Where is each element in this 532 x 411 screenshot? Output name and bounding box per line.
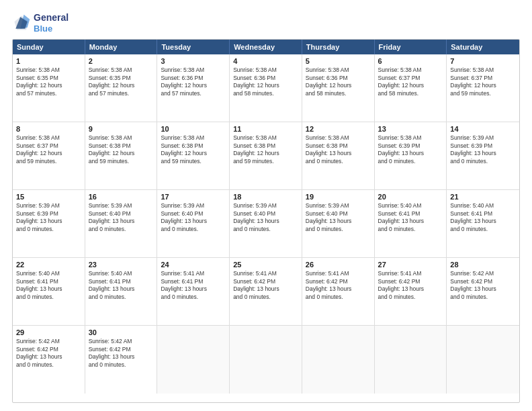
day-number: 27 xyxy=(378,261,443,269)
calendar-day-8: 8Sunrise: 5:38 AM Sunset: 6:37 PM Daylig… xyxy=(13,122,85,189)
calendar-empty xyxy=(157,326,230,394)
calendar-empty xyxy=(230,326,302,394)
day-info: Sunrise: 5:38 AM Sunset: 6:35 PM Dayligh… xyxy=(89,66,154,97)
calendar-day-1: 1Sunrise: 5:38 AM Sunset: 6:35 PM Daylig… xyxy=(13,54,85,122)
day-info: Sunrise: 5:41 AM Sunset: 6:42 PM Dayligh… xyxy=(233,270,298,301)
day-number: 10 xyxy=(161,125,226,133)
day-info: Sunrise: 5:39 AM Sunset: 6:40 PM Dayligh… xyxy=(306,202,371,233)
logo-icon xyxy=(12,13,31,32)
day-info: Sunrise: 5:40 AM Sunset: 6:41 PM Dayligh… xyxy=(450,202,516,233)
day-number: 6 xyxy=(378,57,443,65)
calendar-day-16: 16Sunrise: 5:39 AM Sunset: 6:40 PM Dayli… xyxy=(85,190,158,257)
calendar-day-21: 21Sunrise: 5:40 AM Sunset: 6:41 PM Dayli… xyxy=(447,190,519,257)
day-number: 9 xyxy=(89,125,154,133)
calendar-day-6: 6Sunrise: 5:38 AM Sunset: 6:37 PM Daylig… xyxy=(375,54,447,122)
calendar-empty xyxy=(302,326,375,394)
day-number: 19 xyxy=(306,193,371,201)
day-info: Sunrise: 5:38 AM Sunset: 6:36 PM Dayligh… xyxy=(306,66,371,97)
day-number: 22 xyxy=(16,261,81,269)
header-day-monday: Monday xyxy=(85,40,158,54)
day-number: 12 xyxy=(306,125,371,133)
day-info: Sunrise: 5:42 AM Sunset: 6:42 PM Dayligh… xyxy=(16,338,81,369)
calendar-day-27: 27Sunrise: 5:41 AM Sunset: 6:42 PM Dayli… xyxy=(375,258,447,325)
day-number: 21 xyxy=(450,193,516,201)
calendar-header: SundayMondayTuesdayWednesdayThursdayFrid… xyxy=(13,40,519,54)
calendar-day-28: 28Sunrise: 5:42 AM Sunset: 6:42 PM Dayli… xyxy=(447,258,519,325)
day-number: 29 xyxy=(16,328,81,336)
header: General Blue xyxy=(12,12,520,34)
day-info: Sunrise: 5:38 AM Sunset: 6:37 PM Dayligh… xyxy=(450,66,516,97)
calendar-day-5: 5Sunrise: 5:38 AM Sunset: 6:36 PM Daylig… xyxy=(302,54,375,122)
day-info: Sunrise: 5:42 AM Sunset: 6:42 PM Dayligh… xyxy=(89,338,154,369)
day-info: Sunrise: 5:41 AM Sunset: 6:42 PM Dayligh… xyxy=(378,270,443,301)
day-number: 2 xyxy=(89,57,154,65)
header-day-friday: Friday xyxy=(375,40,447,54)
day-info: Sunrise: 5:38 AM Sunset: 6:38 PM Dayligh… xyxy=(89,134,154,165)
calendar-day-29: 29Sunrise: 5:42 AM Sunset: 6:42 PM Dayli… xyxy=(13,326,85,394)
day-number: 25 xyxy=(233,261,298,269)
day-info: Sunrise: 5:38 AM Sunset: 6:35 PM Dayligh… xyxy=(16,66,81,97)
calendar-week-5: 29Sunrise: 5:42 AM Sunset: 6:42 PM Dayli… xyxy=(13,326,519,394)
day-info: Sunrise: 5:40 AM Sunset: 6:41 PM Dayligh… xyxy=(89,270,154,301)
day-number: 7 xyxy=(450,57,516,65)
day-info: Sunrise: 5:38 AM Sunset: 6:36 PM Dayligh… xyxy=(161,66,226,97)
day-info: Sunrise: 5:41 AM Sunset: 6:42 PM Dayligh… xyxy=(306,270,371,301)
day-number: 23 xyxy=(89,261,154,269)
day-number: 17 xyxy=(161,193,226,201)
calendar-day-4: 4Sunrise: 5:38 AM Sunset: 6:36 PM Daylig… xyxy=(230,54,302,122)
calendar-day-11: 11Sunrise: 5:38 AM Sunset: 6:38 PM Dayli… xyxy=(230,122,302,189)
header-day-saturday: Saturday xyxy=(447,40,519,54)
calendar-day-26: 26Sunrise: 5:41 AM Sunset: 6:42 PM Dayli… xyxy=(302,258,375,325)
day-info: Sunrise: 5:38 AM Sunset: 6:37 PM Dayligh… xyxy=(378,66,443,97)
calendar-empty xyxy=(447,326,519,394)
day-number: 18 xyxy=(233,193,298,201)
calendar-week-3: 15Sunrise: 5:39 AM Sunset: 6:39 PM Dayli… xyxy=(13,190,519,258)
day-number: 30 xyxy=(89,328,154,336)
calendar-day-15: 15Sunrise: 5:39 AM Sunset: 6:39 PM Dayli… xyxy=(13,190,85,257)
day-info: Sunrise: 5:38 AM Sunset: 6:36 PM Dayligh… xyxy=(233,66,298,97)
day-number: 11 xyxy=(233,125,298,133)
header-day-tuesday: Tuesday xyxy=(157,40,230,54)
day-number: 16 xyxy=(89,193,154,201)
calendar-day-14: 14Sunrise: 5:39 AM Sunset: 6:39 PM Dayli… xyxy=(447,122,519,189)
calendar-week-2: 8Sunrise: 5:38 AM Sunset: 6:37 PM Daylig… xyxy=(13,122,519,190)
day-info: Sunrise: 5:39 AM Sunset: 6:40 PM Dayligh… xyxy=(89,202,154,233)
calendar-day-9: 9Sunrise: 5:38 AM Sunset: 6:38 PM Daylig… xyxy=(85,122,158,189)
day-number: 15 xyxy=(16,193,81,201)
calendar-week-4: 22Sunrise: 5:40 AM Sunset: 6:41 PM Dayli… xyxy=(13,258,519,326)
day-info: Sunrise: 5:42 AM Sunset: 6:42 PM Dayligh… xyxy=(450,270,516,301)
calendar-day-25: 25Sunrise: 5:41 AM Sunset: 6:42 PM Dayli… xyxy=(230,258,302,325)
day-number: 5 xyxy=(306,57,371,65)
calendar-day-23: 23Sunrise: 5:40 AM Sunset: 6:41 PM Dayli… xyxy=(85,258,158,325)
calendar-day-22: 22Sunrise: 5:40 AM Sunset: 6:41 PM Dayli… xyxy=(13,258,85,325)
header-day-wednesday: Wednesday xyxy=(230,40,302,54)
calendar-day-2: 2Sunrise: 5:38 AM Sunset: 6:35 PM Daylig… xyxy=(85,54,158,122)
day-info: Sunrise: 5:38 AM Sunset: 6:38 PM Dayligh… xyxy=(233,134,298,165)
day-info: Sunrise: 5:39 AM Sunset: 6:39 PM Dayligh… xyxy=(450,134,516,165)
logo: General Blue xyxy=(12,12,69,34)
day-info: Sunrise: 5:38 AM Sunset: 6:38 PM Dayligh… xyxy=(306,134,371,165)
logo-text: General Blue xyxy=(34,12,69,34)
calendar-day-7: 7Sunrise: 5:38 AM Sunset: 6:37 PM Daylig… xyxy=(447,54,519,122)
day-info: Sunrise: 5:41 AM Sunset: 6:41 PM Dayligh… xyxy=(161,270,226,301)
day-number: 20 xyxy=(378,193,443,201)
day-number: 1 xyxy=(16,57,81,65)
calendar-day-3: 3Sunrise: 5:38 AM Sunset: 6:36 PM Daylig… xyxy=(157,54,230,122)
day-info: Sunrise: 5:39 AM Sunset: 6:40 PM Dayligh… xyxy=(233,202,298,233)
calendar-day-30: 30Sunrise: 5:42 AM Sunset: 6:42 PM Dayli… xyxy=(85,326,158,394)
day-info: Sunrise: 5:39 AM Sunset: 6:39 PM Dayligh… xyxy=(16,202,81,233)
page: General Blue SundayMondayTuesdayWednesda… xyxy=(0,0,532,411)
calendar-week-1: 1Sunrise: 5:38 AM Sunset: 6:35 PM Daylig… xyxy=(13,54,519,122)
calendar-day-20: 20Sunrise: 5:40 AM Sunset: 6:41 PM Dayli… xyxy=(375,190,447,257)
calendar-empty xyxy=(375,326,447,394)
calendar-day-12: 12Sunrise: 5:38 AM Sunset: 6:38 PM Dayli… xyxy=(302,122,375,189)
day-info: Sunrise: 5:40 AM Sunset: 6:41 PM Dayligh… xyxy=(378,202,443,233)
calendar-day-24: 24Sunrise: 5:41 AM Sunset: 6:41 PM Dayli… xyxy=(157,258,230,325)
calendar-day-18: 18Sunrise: 5:39 AM Sunset: 6:40 PM Dayli… xyxy=(230,190,302,257)
calendar-day-19: 19Sunrise: 5:39 AM Sunset: 6:40 PM Dayli… xyxy=(302,190,375,257)
header-day-sunday: Sunday xyxy=(13,40,85,54)
day-number: 26 xyxy=(306,261,371,269)
day-number: 28 xyxy=(450,261,516,269)
day-number: 14 xyxy=(450,125,516,133)
day-number: 13 xyxy=(378,125,443,133)
